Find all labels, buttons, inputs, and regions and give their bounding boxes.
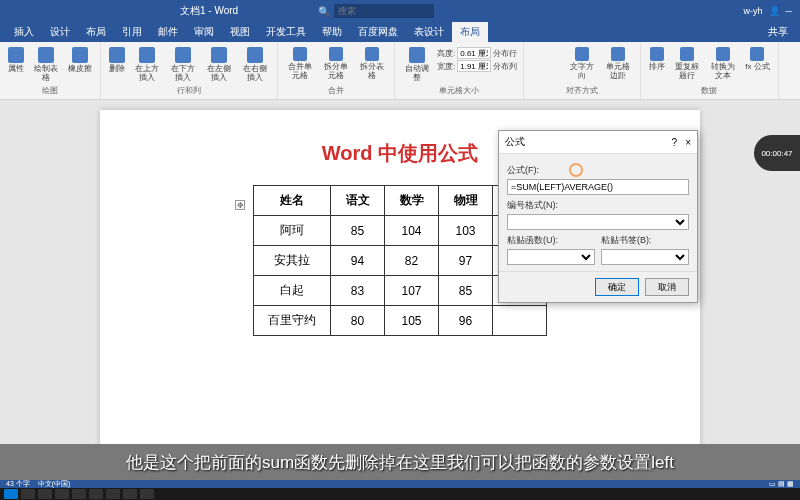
col-width-input[interactable] [457, 60, 491, 72]
tab-table-layout[interactable]: 布局 [452, 22, 488, 42]
dialog-close-icon[interactable]: × [685, 137, 691, 148]
window-minimize-icon[interactable]: ─ [786, 6, 792, 16]
taskbar-app[interactable] [21, 489, 35, 499]
tab-help[interactable]: 帮助 [314, 22, 350, 42]
insert-below-button[interactable]: 在下方插入 [167, 46, 199, 83]
table-move-handle[interactable]: ✥ [235, 200, 245, 210]
tab-baidu[interactable]: 百度网盘 [350, 22, 406, 42]
group-merge-label: 合并 [284, 85, 388, 97]
taskbar-app[interactable] [38, 489, 52, 499]
convert-text-button[interactable]: 转换为文本 [707, 46, 739, 81]
number-format-label: 编号格式(N): [507, 199, 689, 212]
subtitle-overlay: 他是这个把前面的sum函数先删除掉在这里我们可以把函数的参数设置left [0, 444, 800, 480]
tab-developer[interactable]: 开发工具 [258, 22, 314, 42]
formula-label: 公式(F): [507, 164, 689, 177]
taskbar-app[interactable] [55, 489, 69, 499]
split-cells-button[interactable]: 拆分单元格 [320, 46, 352, 81]
recording-timer: 00:00:47 [754, 135, 800, 171]
user-avatar[interactable]: 👤 [769, 6, 780, 16]
windows-taskbar [0, 488, 800, 500]
paste-bookmark-select[interactable] [601, 249, 689, 265]
text-direction-button[interactable]: 文字方向 [566, 46, 598, 81]
ribbon: 属性 绘制表格 橡皮擦 绘图 删除 在上方插入 在下方插入 在左侧插入 在右侧插… [0, 42, 800, 100]
group-data-label: 数据 [647, 85, 771, 97]
group-cellsize-label: 单元格大小 [401, 85, 517, 97]
tab-table-design[interactable]: 表设计 [406, 22, 452, 42]
share-button[interactable]: 共享 [762, 22, 794, 42]
insert-right-button[interactable]: 在右侧插入 [239, 46, 271, 83]
tab-layout[interactable]: 布局 [78, 22, 114, 42]
merge-cells-button[interactable]: 合并单元格 [284, 46, 316, 81]
distribute-rows-button[interactable]: 分布行 [493, 48, 517, 59]
tab-insert[interactable]: 插入 [6, 22, 42, 42]
tab-design[interactable]: 设计 [42, 22, 78, 42]
split-table-button[interactable]: 拆分表格 [356, 46, 388, 81]
status-bar: 43 个字 中文(中国) ▭ ▤ ▦ [0, 480, 800, 488]
paste-function-label: 粘贴函数(U): [507, 234, 595, 247]
search-icon: 🔍 [318, 6, 330, 17]
taskbar-app[interactable] [140, 489, 154, 499]
taskbar-app[interactable] [89, 489, 103, 499]
table-row: 百里守约8010596 [254, 306, 547, 336]
start-button[interactable] [4, 489, 18, 499]
row-height-input[interactable] [457, 47, 491, 59]
tab-review[interactable]: 审阅 [186, 22, 222, 42]
sort-button[interactable]: 排序 [647, 46, 667, 72]
autofit-button[interactable]: 自动调整 [401, 46, 433, 83]
eraser-button[interactable]: 橡皮擦 [66, 46, 94, 74]
paste-bookmark-label: 粘贴书签(B): [601, 234, 689, 247]
ok-button[interactable]: 确定 [595, 278, 639, 296]
formula-button[interactable]: fx 公式 [743, 46, 771, 72]
formula-dialog: 公式 ? × 公式(F): 编号格式(N): 粘贴函数(U): 粘贴书签(B):… [498, 130, 698, 303]
alignment-grid[interactable] [530, 46, 562, 78]
group-draw-label: 绘图 [6, 85, 94, 97]
tab-references[interactable]: 引用 [114, 22, 150, 42]
group-align-label: 对齐方式 [530, 85, 634, 97]
subtitle-text: 他是这个把前面的sum函数先删除掉在这里我们可以把函数的参数设置left [126, 451, 674, 474]
dialog-help-icon[interactable]: ? [672, 137, 678, 148]
cell-margins-button[interactable]: 单元格边距 [602, 46, 634, 81]
paste-function-select[interactable] [507, 249, 595, 265]
draw-table-button[interactable]: 绘制表格 [30, 46, 62, 83]
group-rowscols-label: 行和列 [107, 85, 271, 97]
taskbar-app[interactable] [72, 489, 86, 499]
properties-button[interactable]: 属性 [6, 46, 26, 74]
insert-above-button[interactable]: 在上方插入 [131, 46, 163, 83]
tab-view[interactable]: 视图 [222, 22, 258, 42]
menu-bar: 插入 设计 布局 引用 邮件 审阅 视图 开发工具 帮助 百度网盘 表设计 布局… [0, 22, 800, 42]
insert-left-button[interactable]: 在左侧插入 [203, 46, 235, 83]
user-name: w-yh [744, 6, 763, 16]
taskbar-app[interactable] [106, 489, 120, 499]
distribute-cols-button[interactable]: 分布列 [493, 61, 517, 72]
formula-input[interactable] [507, 179, 689, 195]
number-format-select[interactable] [507, 214, 689, 230]
search-box[interactable]: 🔍 [318, 4, 434, 18]
tab-mailings[interactable]: 邮件 [150, 22, 186, 42]
cancel-button[interactable]: 取消 [645, 278, 689, 296]
repeat-header-button[interactable]: 重复标题行 [671, 46, 703, 81]
dialog-title-text: 公式 [505, 135, 525, 149]
view-buttons[interactable]: ▭ ▤ ▦ [769, 480, 794, 488]
search-input[interactable] [334, 4, 434, 18]
delete-button[interactable]: 删除 [107, 46, 127, 74]
taskbar-app[interactable] [123, 489, 137, 499]
document-title: 文档1 - Word [180, 4, 238, 18]
